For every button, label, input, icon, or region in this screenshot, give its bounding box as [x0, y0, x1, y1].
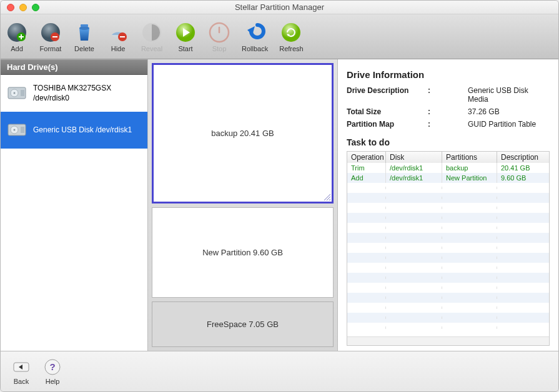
task-row-empty	[347, 243, 549, 253]
help-icon: ?	[43, 358, 62, 376]
stop-button: Stop	[208, 21, 230, 52]
svg-rect-6	[81, 24, 88, 27]
drive-line2: /dev/rdisk0	[33, 94, 111, 104]
col-operation[interactable]: Operation	[347, 152, 386, 163]
svg-text:?: ?	[49, 361, 55, 372]
format-button[interactable]: Format	[39, 21, 62, 52]
task-row[interactable]: Trim /dev/rdisk1 backup 20.41 GB	[347, 163, 549, 173]
help-button[interactable]: ? Help	[43, 358, 62, 385]
svg-point-15	[14, 92, 16, 94]
hide-icon	[107, 21, 129, 44]
task-row-empty	[347, 273, 549, 283]
minimize-window-button[interactable]	[19, 4, 27, 11]
cell-disk: /dev/rdisk1	[386, 163, 442, 173]
cell-operation: Add	[347, 173, 386, 183]
traffic-lights	[1, 4, 39, 11]
start-label: Start	[178, 45, 192, 52]
refresh-icon	[280, 21, 302, 44]
svg-rect-8	[120, 36, 125, 37]
task-rows: Trim /dev/rdisk1 backup 20.41 GB Add /de…	[347, 163, 549, 336]
cell-partition: backup	[442, 163, 497, 173]
task-table-header: Operation Disk Partitions Description	[347, 152, 549, 163]
task-row-empty	[347, 303, 549, 313]
task-row-empty	[347, 183, 549, 193]
back-label: Back	[14, 378, 29, 385]
col-disk[interactable]: Disk	[386, 152, 442, 163]
delete-icon	[73, 21, 96, 44]
titlebar: Stellar Partition Manager	[1, 1, 558, 14]
close-window-button[interactable]	[7, 4, 14, 11]
partition-map: backup 20.41 GB New Partition 9.60 GB Fr…	[147, 59, 338, 351]
format-icon	[39, 21, 62, 44]
cell-description: 20.41 GB	[497, 163, 549, 173]
hard-drive-icon	[7, 120, 27, 140]
col-description[interactable]: Description	[497, 152, 549, 163]
refresh-button[interactable]: Refresh	[279, 21, 304, 52]
refresh-label: Refresh	[279, 45, 304, 52]
task-row-empty	[347, 213, 549, 223]
add-label: Add	[11, 45, 23, 52]
info-value: GUID Partition Table	[437, 120, 550, 129]
stop-label: Stop	[212, 45, 227, 52]
task-row-empty	[347, 323, 549, 333]
rollback-button[interactable]: Rollback	[242, 21, 268, 52]
partition-freespace[interactable]: FreeSpace 7.05 GB	[152, 301, 334, 347]
drive-text: Generic USB Disk /dev/rdisk1	[33, 125, 132, 135]
info-row-partitionmap: Partition Map : GUID Partition Table	[347, 120, 550, 129]
stop-icon	[208, 21, 230, 44]
resize-grip[interactable]	[323, 193, 330, 200]
info-key: Drive Description	[347, 86, 428, 104]
info-title: Drive Information	[347, 69, 550, 80]
task-row-empty	[347, 293, 549, 303]
task-table: Operation Disk Partitions Description Tr…	[347, 151, 550, 346]
partition-label: FreeSpace 7.05 GB	[207, 320, 279, 329]
task-row-empty	[347, 313, 549, 323]
start-button[interactable]: Start	[174, 21, 197, 52]
start-icon	[174, 21, 197, 44]
drive-item-toshiba[interactable]: TOSHIBA MK3275GSX /dev/rdisk0	[1, 75, 147, 112]
rollback-icon	[244, 21, 266, 44]
hide-button[interactable]: Hide	[107, 21, 129, 52]
drive-item-generic-usb[interactable]: Generic USB Disk /dev/rdisk1	[1, 112, 147, 149]
partition-label: New Partition 9.60 GB	[202, 248, 283, 257]
horizontal-scrollbar[interactable]	[347, 336, 549, 345]
drive-line1: Generic USB Disk /dev/rdisk1	[33, 125, 132, 135]
delete-button[interactable]: Delete	[73, 21, 96, 52]
delete-label: Delete	[74, 45, 94, 52]
help-label: Help	[46, 378, 60, 385]
cell-description: 9.60 GB	[497, 173, 549, 183]
task-row-empty	[347, 203, 549, 213]
task-row-empty	[347, 233, 549, 243]
info-value: 37.26 GB	[437, 107, 550, 116]
task-title: Task to do	[347, 137, 550, 147]
cell-disk: /dev/rdisk1	[386, 173, 442, 183]
partition-new[interactable]: New Partition 9.60 GB	[152, 207, 334, 298]
format-label: Format	[40, 45, 62, 52]
drive-sidebar: Hard Drive(s) TOSHIBA MK3275GSX /dev/rdi…	[1, 59, 147, 351]
svg-rect-20	[21, 127, 24, 133]
partition-backup[interactable]: backup 20.41 GB	[152, 63, 334, 203]
zoom-window-button[interactable]	[32, 4, 39, 11]
task-row-empty	[347, 193, 549, 203]
task-row-empty	[347, 283, 549, 293]
back-button[interactable]: Back	[12, 358, 31, 385]
svg-point-12	[282, 23, 300, 42]
col-partitions[interactable]: Partitions	[442, 152, 497, 163]
task-row[interactable]: Add /dev/rdisk1 New Partition 9.60 GB	[347, 173, 549, 183]
info-row-totalsize: Total Size : 37.26 GB	[347, 107, 550, 116]
add-button[interactable]: Add	[6, 21, 28, 52]
info-value: Generic USB Disk Media	[437, 86, 550, 104]
svg-point-19	[14, 129, 16, 131]
info-key: Total Size	[347, 107, 428, 116]
cell-operation: Trim	[347, 163, 386, 173]
task-row-empty	[347, 263, 549, 273]
hard-drive-icon	[7, 84, 27, 103]
drive-text: TOSHIBA MK3275GSX /dev/rdisk0	[33, 84, 111, 103]
svg-rect-16	[21, 90, 24, 96]
back-icon	[12, 358, 31, 376]
window-title: Stellar Partition Manager	[1, 2, 558, 12]
cell-partition: New Partition	[442, 173, 497, 183]
task-row-empty	[347, 223, 549, 233]
hide-label: Hide	[111, 45, 126, 52]
rollback-label: Rollback	[242, 45, 268, 52]
